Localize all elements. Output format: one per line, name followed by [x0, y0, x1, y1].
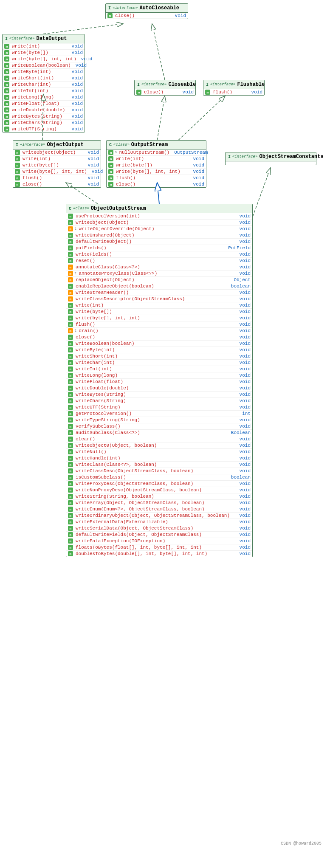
method-name: writeClassDescriptor(ObjectStreamClass)	[76, 296, 235, 302]
method-return: void	[236, 551, 251, 556]
method-row: m writeString(String, boolean)void	[66, 493, 252, 500]
access-public-icon: m	[68, 239, 73, 244]
access-public-icon: m	[68, 513, 73, 518]
method-return: OutputStream	[171, 150, 208, 155]
method-row: m writeByte(int)void	[66, 347, 252, 353]
method-row: mflush()void	[13, 175, 101, 181]
method-row: m writeClassDesc(ObjectStreamClass, bool…	[66, 468, 252, 474]
method-return: void	[236, 424, 251, 429]
method-return: void	[68, 50, 83, 55]
method-row: mclose()void	[107, 181, 206, 187]
method-return: void	[236, 532, 251, 537]
access-public-icon: m	[4, 120, 9, 125]
method-row: m flush() void	[203, 89, 264, 95]
method-name: close()	[115, 13, 170, 18]
method-return: void	[68, 120, 83, 125]
method-name: flush()	[213, 90, 247, 95]
stereotype-osc: «interface»	[232, 155, 257, 159]
method-return: void	[68, 114, 83, 119]
method-return: void	[236, 366, 251, 372]
method-return: void	[85, 175, 99, 180]
box-closeable-header: I «interface» Closeable	[135, 80, 195, 89]
access-public-icon: m	[68, 373, 73, 378]
method-name: flush()	[23, 175, 83, 180]
method-row: m writeHandle(int)void	[66, 455, 252, 462]
method-row: m writeClassDescriptor(ObjectStreamClass…	[66, 296, 252, 302]
method-row: m writeEnum(Enum<?>, ObjectStreamClass, …	[66, 506, 252, 513]
method-row: m writeChar(int)void	[66, 360, 252, 366]
method-row: m writeStreamHeader()void	[66, 290, 252, 296]
t-modifier: t	[74, 271, 76, 276]
method-name: writeByte(int)	[12, 69, 67, 74]
method-name: write(byte[], int, int)	[12, 56, 76, 62]
method-name: writeObjectOverride(Object)	[79, 226, 234, 231]
method-name: defaultWriteFields(Object, ObjectStreamC…	[76, 532, 235, 537]
method-name: close()	[76, 335, 235, 340]
method-row: m writeUnshared(Object)void	[66, 232, 252, 239]
method-return: void	[236, 271, 251, 276]
method-row: m getProtocolVersion()int	[66, 411, 252, 417]
box-autocloseable-header: I «interface» AutoCloseable	[106, 4, 188, 13]
method-row: m write(int)void	[66, 302, 252, 309]
method-return: void	[68, 44, 83, 49]
method-row: mwrite(int)void	[13, 156, 101, 162]
box-objectstreamconstants-header: I «interface» ObjectStreamConstants	[226, 152, 316, 161]
method-name: writeInt(int)	[12, 88, 67, 93]
method-row: m isCustomSubclass()boolean	[66, 474, 252, 481]
box-outputstream: C «class» OutputStream msnullOutputStrea…	[106, 140, 206, 188]
method-name: write(byte[])	[116, 163, 189, 168]
box-objectoutput: I «interface» ObjectOutput mwriteObject(…	[13, 140, 101, 188]
method-name: writeChar(int)	[76, 360, 235, 365]
method-name: writeExternalData(Externalizable)	[76, 519, 235, 524]
method-name: putFields()	[76, 245, 223, 251]
method-row: mflush()void	[107, 175, 206, 181]
method-row: mwrite(byte[])void	[107, 162, 206, 169]
method-row: m writeInt(int)void	[66, 366, 252, 372]
method-return: void	[236, 500, 251, 505]
access-public-icon: m	[68, 303, 73, 308]
method-name: writeClass(Class<?>, boolean)	[76, 462, 235, 467]
method-row: m writeFatalException(IOException)void	[66, 538, 252, 544]
method-return: void	[236, 386, 251, 391]
method-row: m defaultWriteObject()void	[66, 239, 252, 245]
method-row: mclose()void	[13, 181, 101, 187]
arrow-dataoutput-autocloseable	[43, 24, 123, 34]
method-name: defaultWriteObject()	[76, 239, 235, 244]
method-name: writeStreamHeader()	[76, 290, 235, 295]
access-public-icon: m	[68, 488, 73, 493]
access-public-icon: m	[68, 468, 73, 473]
method-return: void	[68, 82, 83, 87]
method-return: void	[236, 494, 251, 499]
method-name: doublesToBytes(double[], int, byte[], in…	[76, 551, 235, 556]
method-name: replaceObject(Object)	[76, 277, 229, 282]
method-name: writeByte(int)	[76, 347, 235, 352]
class-icon-outputstream: C	[109, 143, 112, 147]
access-public-icon: m	[68, 258, 73, 263]
access-public-icon: m	[4, 50, 9, 55]
access-public-icon: m	[68, 462, 73, 467]
method-name: writeFields()	[76, 252, 235, 257]
empty-body	[226, 161, 316, 165]
method-name: enableReplaceObject(boolean)	[76, 284, 226, 289]
method-name: drain()	[79, 328, 234, 333]
access-public-icon: m	[15, 163, 20, 168]
method-row: m writeExternalData(Externalizable)void	[66, 519, 252, 525]
method-name: writeArray(Object, ObjectStreamClass, bo…	[76, 500, 235, 505]
method-name: write(int)	[23, 156, 83, 161]
access-public-icon: m	[68, 500, 73, 505]
interface-icon-autocloseable: I	[108, 6, 111, 11]
stereotype-dataoutput: «interface»	[9, 37, 34, 41]
method-name: writeString(String, boolean)	[76, 494, 235, 499]
method-row: m writeNonProxyDesc(ObjectStreamClass, b…	[66, 487, 252, 493]
method-name: annotateProxyClass(Class<?>)	[79, 271, 234, 276]
method-row: m reset()void	[66, 258, 252, 264]
method-return: void	[236, 507, 251, 512]
method-name: auditSubclass(Class<?>)	[76, 430, 226, 435]
method-name: writeObject(Object)	[23, 150, 83, 155]
stereotype-oos: «class»	[73, 206, 89, 211]
method-row: mwriteByte(int)void	[3, 69, 85, 75]
method-row: m writeTypeString(String)void	[66, 417, 252, 423]
access-public-icon: m	[68, 354, 73, 359]
access-public-icon: m	[4, 63, 9, 68]
diagram-container: I «interface» AutoCloseable m close() vo…	[0, 0, 330, 849]
